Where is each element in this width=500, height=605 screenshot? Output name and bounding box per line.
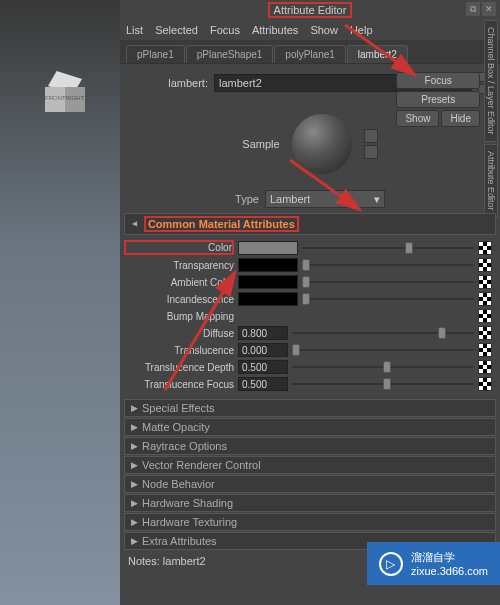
type-label: Type	[235, 193, 259, 205]
sample-prev-button[interactable]	[364, 129, 378, 143]
focus-button[interactable]: Focus	[396, 72, 480, 89]
color-slider[interactable]	[302, 241, 474, 255]
incandescence-swatch[interactable]	[238, 292, 298, 306]
transparency-map-button[interactable]	[478, 258, 492, 272]
attr-diffuse-label: Diffuse	[124, 328, 234, 339]
type-value: Lambert	[270, 193, 310, 205]
translucence-depth-input[interactable]	[238, 360, 288, 374]
ambient-map-button[interactable]	[478, 275, 492, 289]
attr-translucence-label: Translucence	[124, 345, 234, 356]
translucence-slider[interactable]	[292, 343, 474, 357]
translucence-depth-slider[interactable]	[292, 360, 474, 374]
section-hardware-shading[interactable]: ▶Hardware Shading	[124, 494, 496, 512]
collapse-arrow-icon: ▶	[131, 422, 138, 432]
transparency-swatch[interactable]	[238, 258, 298, 272]
viewcube[interactable]: FRONT RIGHT	[40, 75, 90, 125]
node-type-label: lambert:	[128, 77, 208, 89]
translucence-map-button[interactable]	[478, 343, 492, 357]
menu-attributes[interactable]: Attributes	[252, 24, 298, 36]
menu-focus[interactable]: Focus	[210, 24, 240, 36]
transparency-slider[interactable]	[302, 258, 474, 272]
watermark-url: zixue.3d66.com	[411, 565, 488, 577]
play-icon: ▷	[379, 552, 403, 576]
watermark: ▷ 溜溜自学 zixue.3d66.com	[367, 542, 500, 585]
translucence-focus-map-button[interactable]	[478, 377, 492, 391]
translucence-depth-map-button[interactable]	[478, 360, 492, 374]
close-icon[interactable]: ✕	[482, 2, 496, 16]
collapse-arrow-icon: ▶	[131, 460, 138, 470]
node-tabs: pPlane1 pPlaneShape1 polyPlane1 lambert2	[120, 40, 500, 64]
section-matte-opacity[interactable]: ▶Matte Opacity	[124, 418, 496, 436]
section-hardware-texturing[interactable]: ▶Hardware Texturing	[124, 513, 496, 531]
attr-ambient-label: Ambient Color	[124, 277, 234, 288]
panel-title: Attribute Editor	[268, 2, 353, 18]
tab-pplaneshape1[interactable]: pPlaneShape1	[186, 45, 274, 63]
collapse-arrow-icon: ▶	[131, 403, 138, 413]
undock-icon[interactable]: ⧉	[466, 2, 480, 16]
menu-help[interactable]: Help	[350, 24, 373, 36]
translucence-input[interactable]	[238, 343, 288, 357]
collapse-arrow-icon: ▶	[131, 498, 138, 508]
tab-polyplane1[interactable]: polyPlane1	[274, 45, 345, 63]
common-attributes-body: Color Transparency Ambient Color Incande…	[120, 236, 500, 398]
section-special-effects[interactable]: ▶Special Effects	[124, 399, 496, 417]
diffuse-slider[interactable]	[292, 326, 474, 340]
material-sample-sphere	[292, 114, 352, 174]
attr-incandescence-label: Incandescence	[124, 294, 234, 305]
sample-label: Sample	[242, 138, 279, 150]
ambient-slider[interactable]	[302, 275, 474, 289]
translucence-focus-input[interactable]	[238, 377, 288, 391]
collapse-arrow-icon: ▶	[131, 479, 138, 489]
collapse-arrow-icon: ▶	[131, 441, 138, 451]
type-dropdown[interactable]: Lambert ▾	[265, 190, 385, 208]
notes-label: Notes:	[128, 555, 160, 567]
translucence-focus-slider[interactable]	[292, 377, 474, 391]
color-swatch[interactable]	[238, 241, 298, 255]
incandescence-map-button[interactable]	[478, 292, 492, 306]
diffuse-map-button[interactable]	[478, 326, 492, 340]
menu-show[interactable]: Show	[310, 24, 338, 36]
sample-row: Sample	[120, 102, 500, 186]
attr-transparency-label: Transparency	[124, 260, 234, 271]
ambient-swatch[interactable]	[238, 275, 298, 289]
attribute-editor-panel: Attribute Editor ⧉ ✕ List Selected Focus…	[120, 0, 500, 605]
tab-lambert2[interactable]: lambert2	[347, 45, 408, 63]
watermark-text: 溜溜自学	[411, 550, 488, 565]
sample-next-button[interactable]	[364, 145, 378, 159]
viewcube-right[interactable]: RIGHT	[65, 87, 85, 112]
section-vector-renderer[interactable]: ▶Vector Renderer Control	[124, 456, 496, 474]
collapse-arrow-icon: ▶	[131, 536, 138, 546]
menu-selected[interactable]: Selected	[155, 24, 198, 36]
attr-color-label: Color	[124, 240, 234, 255]
menu-list[interactable]: List	[126, 24, 143, 36]
attr-translucence-focus-label: Translucence Focus	[124, 379, 234, 390]
incandescence-slider[interactable]	[302, 292, 474, 306]
expand-arrow-icon: ▼	[130, 220, 140, 229]
section-node-behavior[interactable]: ▶Node Behavior	[124, 475, 496, 493]
panel-title-bar: Attribute Editor ⧉ ✕	[120, 0, 500, 20]
notes-value: lambert2	[163, 555, 206, 567]
bump-map-button[interactable]	[478, 309, 492, 323]
menu-bar: List Selected Focus Attributes Show Help	[120, 20, 500, 40]
viewcube-front[interactable]: FRONT	[45, 87, 65, 112]
collapse-arrow-icon: ▶	[131, 517, 138, 527]
section-raytrace-options[interactable]: ▶Raytrace Options	[124, 437, 496, 455]
attr-translucence-depth-label: Translucence Depth	[124, 362, 234, 373]
tab-pplane1[interactable]: pPlane1	[126, 45, 185, 63]
section-common-material-attributes[interactable]: ▼ Common Material Attributes	[124, 213, 496, 235]
type-row: Type Lambert ▾	[120, 186, 500, 212]
chevron-down-icon: ▾	[374, 193, 380, 206]
color-map-button[interactable]	[478, 241, 492, 255]
diffuse-input[interactable]	[238, 326, 288, 340]
viewport-panel: FRONT RIGHT	[0, 0, 120, 605]
attr-bump-label: Bump Mapping	[124, 311, 234, 322]
